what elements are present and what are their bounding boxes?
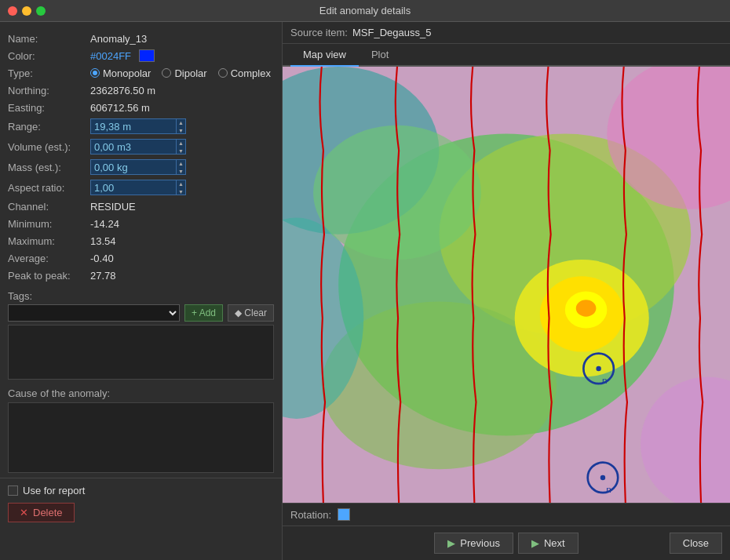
window-controls[interactable] [8, 6, 46, 16]
range-input[interactable] [90, 118, 177, 134]
radio-complex-circle[interactable] [218, 68, 228, 78]
aspect-arrows[interactable]: ▲ ▼ [177, 180, 186, 195]
svg-text:n: n [606, 484, 611, 494]
volume-arrows[interactable]: ▲ ▼ [177, 139, 186, 155]
average-row: Average: -0.40 [0, 249, 282, 267]
source-value: MSF_Degauss_5 [352, 27, 431, 38]
volume-label: Volume (est.): [8, 141, 90, 153]
aspect-row: Aspect ratio: ▲ ▼ [0, 177, 282, 198]
minimum-row: Minimum: -14.24 [0, 215, 282, 232]
tags-select[interactable] [8, 304, 180, 322]
aspect-up-arrow[interactable]: ▲ [177, 180, 185, 188]
maximize-button[interactable] [36, 6, 46, 16]
map-container: n n [283, 67, 730, 503]
bottom-bar: ▶ Previous ▶ Next Close [283, 525, 730, 560]
easting-value: 606712.56 m [90, 102, 150, 114]
use-for-report-label: Use for report [23, 485, 85, 496]
radio-dipolar-circle[interactable] [162, 68, 171, 78]
aspect-input[interactable] [90, 180, 177, 195]
close-window-button[interactable] [8, 6, 17, 16]
fields-section: Name: Anomaly_13 Color: #0024FF Type: [0, 30, 282, 478]
titlebar: Edit anomaly details [0, 0, 730, 22]
use-for-report-row: Use for report [8, 485, 274, 496]
northing-value: 2362876.50 m [90, 85, 155, 96]
range-label: Range: [8, 121, 90, 133]
range-arrows[interactable]: ▲ ▼ [177, 118, 186, 134]
easting-row: Easting: 606712.56 m [0, 99, 282, 116]
maximum-value: 13.54 [90, 235, 116, 247]
average-label: Average: [8, 253, 90, 264]
peaktopeak-row: Peak to peak: 27.78 [0, 267, 282, 284]
left-panel: Name: Anomaly_13 Color: #0024FF Type: [0, 22, 283, 560]
minimize-button[interactable] [22, 6, 31, 16]
bottom-left: Use for report ✕ Delete [0, 478, 282, 529]
close-button[interactable]: Close [670, 533, 722, 554]
next-icon: ▶ [531, 537, 539, 549]
tab-map-view[interactable]: Map view [290, 44, 359, 67]
easting-label: Easting: [8, 102, 90, 114]
aspect-label: Aspect ratio: [8, 182, 90, 194]
mass-spinner[interactable]: ▲ ▼ [90, 159, 186, 175]
delete-button[interactable]: ✕ Delete [8, 503, 75, 522]
minimum-label: Minimum: [8, 218, 90, 230]
volume-input[interactable] [90, 139, 177, 155]
channel-label: Channel: [8, 201, 90, 213]
cause-area: Cause of the anomaly: [0, 383, 282, 478]
type-row: Type: Monopolar Dipolar Complex [0, 64, 282, 82]
color-hex: #0024FF [90, 50, 131, 62]
aspect-spinner[interactable]: ▲ ▼ [90, 180, 186, 195]
radio-dipolar[interactable]: Dipolar [162, 67, 206, 79]
radio-monopolar[interactable]: Monopolar [90, 67, 151, 79]
tabs-row: Map view Plot [283, 44, 730, 67]
northing-row: Northing: 2362876.50 m [0, 82, 282, 99]
rotation-label: Rotation: [290, 509, 331, 521]
radio-monopolar-label: Monopolar [103, 67, 151, 79]
nav-buttons: ▶ Previous ▶ Next [434, 533, 578, 554]
tags-label: Tags: [8, 290, 90, 302]
svg-point-8 [576, 300, 597, 316]
minimum-value: -14.24 [90, 218, 119, 230]
previous-label: Previous [460, 537, 500, 549]
color-swatch[interactable] [139, 49, 155, 62]
mass-arrows[interactable]: ▲ ▼ [177, 159, 186, 175]
next-button[interactable]: ▶ Next [518, 533, 579, 554]
name-value: Anomaly_13 [90, 33, 147, 45]
radio-complex[interactable]: Complex [218, 67, 271, 79]
svg-point-14 [596, 366, 600, 371]
name-row: Name: Anomaly_13 [0, 30, 282, 47]
mass-down-arrow[interactable]: ▼ [177, 168, 185, 176]
channel-value: RESIDUE [90, 201, 136, 213]
range-spinner[interactable]: ▲ ▼ [90, 118, 186, 134]
volume-row: Volume (est.): ▲ ▼ [0, 136, 282, 157]
tab-plot[interactable]: Plot [359, 44, 401, 67]
volume-up-arrow[interactable]: ▲ [177, 140, 185, 147]
peaktopeak-value: 27.78 [90, 270, 116, 282]
mass-up-arrow[interactable]: ▲ [177, 160, 185, 168]
range-down-arrow[interactable]: ▼ [177, 127, 185, 135]
peaktopeak-label: Peak to peak: [8, 270, 90, 282]
use-for-report-checkbox[interactable] [8, 485, 18, 496]
northing-label: Northing: [8, 85, 90, 96]
volume-down-arrow[interactable]: ▼ [177, 147, 185, 155]
mass-row: Mass (est.): ▲ ▼ [0, 157, 282, 177]
window-title: Edit anomaly details [319, 5, 411, 16]
volume-spinner[interactable]: ▲ ▼ [90, 139, 186, 155]
add-tag-button[interactable]: + Add [184, 304, 223, 322]
radio-monopolar-circle[interactable] [90, 68, 100, 78]
channel-row: Channel: RESIDUE [0, 198, 282, 215]
source-row: Source item: MSF_Degauss_5 [283, 22, 730, 44]
range-up-arrow[interactable]: ▲ [177, 119, 185, 127]
mass-input[interactable] [90, 159, 177, 175]
previous-button[interactable]: ▶ Previous [434, 533, 513, 554]
heatmap-svg: n n [283, 67, 730, 503]
cause-label: Cause of the anomaly: [8, 387, 274, 399]
right-panel: Source item: MSF_Degauss_5 Map view Plot [283, 22, 730, 560]
clear-tags-button[interactable]: ◆ Clear [228, 304, 274, 322]
rotation-swatch[interactable] [338, 508, 350, 521]
bottom-right-spacer: Close [579, 533, 722, 554]
type-label: Type: [8, 67, 90, 79]
delete-label: Delete [33, 507, 63, 518]
previous-icon: ▶ [447, 537, 455, 549]
aspect-down-arrow[interactable]: ▼ [177, 188, 185, 196]
mass-label: Mass (est.): [8, 162, 90, 173]
